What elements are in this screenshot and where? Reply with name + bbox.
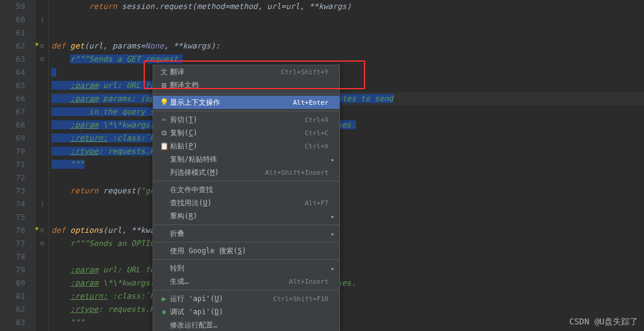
code-line[interactable]: :return: :class:`Response <Response>` ob… xyxy=(51,290,644,303)
menu-item-12[interactable]: 查找用法(U)Alt+F7 xyxy=(153,196,339,209)
code-area[interactable]: return session.request(method=method, ur… xyxy=(49,0,644,331)
line-number[interactable]: 81 xyxy=(0,290,25,303)
line-number[interactable]: 59 xyxy=(0,0,25,13)
menu-item-label: 剪切(T) xyxy=(170,115,305,125)
code-line[interactable]: """ xyxy=(51,316,644,329)
line-number[interactable]: 70 xyxy=(0,145,25,158)
code-line[interactable]: :param \*\*kwargs: Optional arguments th… xyxy=(51,119,644,132)
code-line[interactable]: def options(url, **kwargs): xyxy=(51,224,644,237)
menu-item-label: 生成… xyxy=(170,277,289,287)
code-line[interactable]: def get(url, params=None, **kwargs): xyxy=(51,40,644,53)
line-number[interactable]: 61 xyxy=(0,26,25,40)
submenu-arrow-icon: ▸ xyxy=(331,156,335,163)
docs-icon: ▤ xyxy=(158,81,170,89)
menu-item-label: 折叠 xyxy=(170,229,329,239)
menu-item-22[interactable]: ▶运行 'api'(U)Ctrl+Shift+F10 xyxy=(153,292,339,305)
menu-separator xyxy=(153,93,339,94)
code-line[interactable] xyxy=(51,250,644,263)
line-number[interactable]: 80 xyxy=(0,277,25,290)
menu-item-24[interactable]: 修改运行配置… xyxy=(153,318,339,331)
code-line[interactable]: :return: :class:`Response <Response>` ob… xyxy=(51,132,644,145)
menu-item-shortcut: Alt+Insert xyxy=(289,278,329,286)
line-number[interactable]: 83 xyxy=(0,316,25,329)
menu-item-label: 转到 xyxy=(170,263,329,274)
code-line[interactable] xyxy=(51,171,644,184)
menu-item-17[interactable]: 使用 Google 搜索(S) xyxy=(153,244,339,257)
menu-item-shortcut: Ctrl+Shift+F10 xyxy=(273,295,329,303)
paste-icon: 📋 xyxy=(158,142,170,150)
line-number-gutter[interactable]: 5960616263646566676869707172737475767778… xyxy=(0,0,36,331)
menu-item-8[interactable]: 复制/粘贴特殊▸ xyxy=(153,153,339,166)
line-number[interactable]: 79 xyxy=(0,263,25,277)
cut-icon: ✄ xyxy=(158,116,170,124)
code-line[interactable] xyxy=(51,66,644,79)
code-line[interactable]: return request("get", url, params=params… xyxy=(51,184,644,198)
code-line[interactable]: in the query string for the xyxy=(51,105,644,119)
line-number[interactable]: 69 xyxy=(0,132,25,145)
menu-separator xyxy=(153,181,339,181)
code-line[interactable]: :param url: URL for the new xyxy=(51,79,644,92)
line-number[interactable]: 75 xyxy=(0,211,25,224)
menu-item-7[interactable]: 📋粘贴(P)Ctrl+V xyxy=(153,139,339,153)
line-number[interactable]: 68 xyxy=(0,119,25,132)
menu-item-shortcut: Ctrl+X xyxy=(305,116,329,124)
code-line[interactable]: return session.request(method=method, ur… xyxy=(51,0,644,13)
menu-item-3[interactable]: 💡显示上下文操作Alt+Enter xyxy=(153,96,339,109)
code-line[interactable]: r"""Sends a GET request. xyxy=(51,53,644,66)
code-line[interactable]: :rtype: requests.Response xyxy=(51,303,644,316)
menu-item-19[interactable]: 转到▸ xyxy=(153,262,339,275)
menu-item-label: 使用 Google 搜索(S) xyxy=(170,246,329,256)
menu-item-1[interactable]: ▤翻译文档 xyxy=(153,78,339,92)
debug-icon: ✱ xyxy=(158,308,170,316)
code-line[interactable] xyxy=(51,26,644,40)
line-number[interactable]: 76 xyxy=(0,224,25,237)
line-number[interactable]: 65 xyxy=(0,79,25,92)
menu-item-23[interactable]: ✱调试 'api'(D) xyxy=(153,305,339,318)
line-number[interactable]: 71 xyxy=(0,158,25,171)
menu-item-20[interactable]: 生成…Alt+Insert xyxy=(153,275,339,288)
menu-item-13[interactable]: 重构(R)▸ xyxy=(153,209,339,223)
menu-item-5[interactable]: ✄剪切(T)Ctrl+X xyxy=(153,113,339,126)
line-number[interactable]: 64 xyxy=(0,66,25,79)
line-number[interactable]: 63 xyxy=(0,53,25,66)
menu-item-label: 粘贴(P) xyxy=(170,141,305,151)
line-number[interactable]: 60 xyxy=(0,13,25,26)
code-line[interactable]: """ xyxy=(51,158,644,171)
code-line[interactable] xyxy=(51,211,644,224)
menu-item-9[interactable]: 列选择模式(M)Alt+Shift+Insert xyxy=(153,166,339,179)
context-menu[interactable]: 文翻译Ctrl+Shift+Y▤翻译文档💡显示上下文操作Alt+Enter✄剪切… xyxy=(153,65,340,331)
menu-item-6[interactable]: ⧉复制(C)Ctrl+C xyxy=(153,126,339,139)
line-number[interactable]: 77 xyxy=(0,237,25,250)
code-line[interactable]: :param \*\*kwargs: Optional arguments th… xyxy=(51,277,644,290)
line-number[interactable]: 67 xyxy=(0,105,25,119)
menu-separator xyxy=(153,290,339,290)
run-icon: ▶ xyxy=(158,294,170,303)
menu-item-0[interactable]: 文翻译Ctrl+Shift+Y xyxy=(153,65,339,78)
menu-item-shortcut: Alt+F7 xyxy=(305,199,329,207)
menu-item-label: 列选择模式(M) xyxy=(170,168,265,178)
translate-icon: 文 xyxy=(158,67,170,77)
code-line[interactable] xyxy=(51,13,644,26)
line-number[interactable]: 66 xyxy=(0,92,25,105)
line-number[interactable]: 72 xyxy=(0,171,25,184)
menu-item-label: 运行 'api'(U) xyxy=(170,294,273,304)
code-line[interactable]: :param url: URL for the new xyxy=(51,263,644,277)
code-line[interactable]: r"""Sends an OPTIONS request. xyxy=(51,237,644,250)
menu-item-shortcut: Ctrl+C xyxy=(305,129,329,137)
code-line[interactable]: :param params: (optional) Dictionary, li… xyxy=(51,92,644,105)
menu-item-label: 复制(C) xyxy=(170,128,305,138)
line-number[interactable]: 73 xyxy=(0,184,25,198)
code-line[interactable]: :rtype: requests.Response xyxy=(51,145,644,158)
line-number[interactable]: 62 xyxy=(0,40,25,53)
menu-item-15[interactable]: 折叠▸ xyxy=(153,227,339,240)
line-number[interactable]: 74 xyxy=(0,198,25,211)
bulb-icon: 💡 xyxy=(158,98,170,107)
line-number[interactable]: 78 xyxy=(0,250,25,263)
menu-item-11[interactable]: 在文件中查找 xyxy=(153,183,339,196)
line-number[interactable]: 82 xyxy=(0,303,25,316)
code-line[interactable] xyxy=(51,198,644,211)
menu-item-shortcut: Alt+Shift+Insert xyxy=(265,169,329,177)
menu-item-shortcut: Alt+Enter xyxy=(293,99,329,107)
bookmark-icon: * xyxy=(35,226,39,234)
copy-icon: ⧉ xyxy=(158,129,170,137)
